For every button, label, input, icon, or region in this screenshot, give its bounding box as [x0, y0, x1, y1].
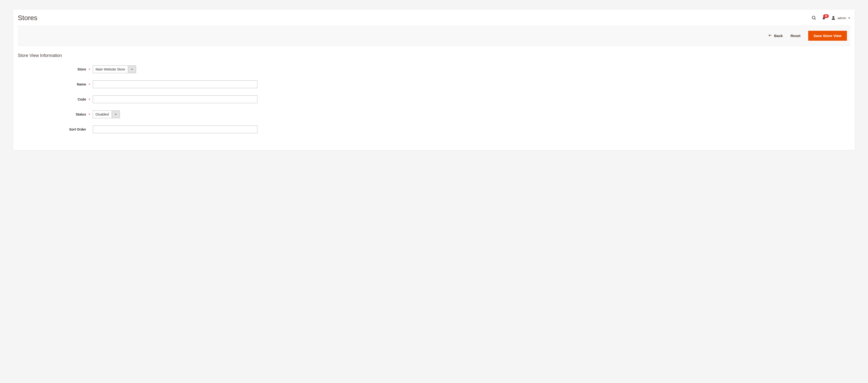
page-header: Stores 39 admin [18, 10, 850, 26]
arrow-left-icon [768, 33, 772, 38]
store-field-row: Store * Main Website Store [18, 65, 850, 73]
code-field-row: Code * [18, 95, 850, 103]
notifications-count: 39 [823, 14, 829, 18]
svg-point-0 [812, 16, 815, 19]
notifications-button[interactable]: 39 [822, 16, 826, 20]
sort-order-label-text: Sort Order [69, 127, 86, 131]
username-label: admin [837, 16, 846, 20]
status-select-value: Disabled [93, 111, 112, 118]
sort-order-input[interactable] [93, 125, 257, 133]
sort-order-label: Sort Order [18, 127, 93, 131]
admin-account-dropdown[interactable]: admin [831, 16, 850, 20]
name-label: Name * [18, 82, 93, 86]
svg-point-2 [832, 16, 834, 18]
required-asterisk: * [89, 113, 90, 117]
name-input[interactable] [93, 81, 257, 88]
status-label-text: Status [76, 112, 86, 116]
reset-button[interactable]: Reset [790, 34, 800, 38]
save-store-view-button[interactable]: Save Store View [808, 31, 847, 41]
user-icon [831, 16, 836, 20]
status-field-row: Status * Disabled [18, 111, 850, 118]
search-icon[interactable] [812, 16, 816, 20]
code-label: Code * [18, 97, 93, 101]
sort-order-field-row: Sort Order [18, 125, 850, 133]
name-label-text: Name [77, 82, 86, 86]
required-asterisk: * [89, 98, 90, 101]
required-asterisk: * [89, 68, 90, 71]
back-label: Back [774, 34, 783, 38]
required-asterisk: * [89, 83, 90, 87]
page-title: Stores [18, 14, 37, 22]
action-bar: Back Reset Save Store View [18, 26, 850, 46]
code-input[interactable] [93, 95, 257, 103]
caret-down-icon [112, 111, 120, 118]
store-select-value: Main Website Store [93, 66, 128, 73]
form-section: Store View Information Store * Main Webs… [13, 46, 855, 150]
status-label: Status * [18, 112, 93, 116]
caret-down-icon [128, 66, 136, 73]
back-button[interactable]: Back [768, 33, 783, 38]
store-select[interactable]: Main Website Store [93, 65, 136, 73]
page-container: Stores 39 admin [13, 10, 855, 150]
store-label: Store * [18, 67, 93, 71]
code-label-text: Code [78, 97, 86, 101]
section-title: Store View Information [18, 53, 850, 58]
header-actions: 39 admin [812, 16, 850, 20]
caret-down-icon [848, 16, 850, 20]
status-select[interactable]: Disabled [93, 111, 120, 118]
name-field-row: Name * [18, 81, 850, 88]
svg-line-1 [815, 19, 816, 20]
store-label-text: Store [78, 67, 86, 71]
